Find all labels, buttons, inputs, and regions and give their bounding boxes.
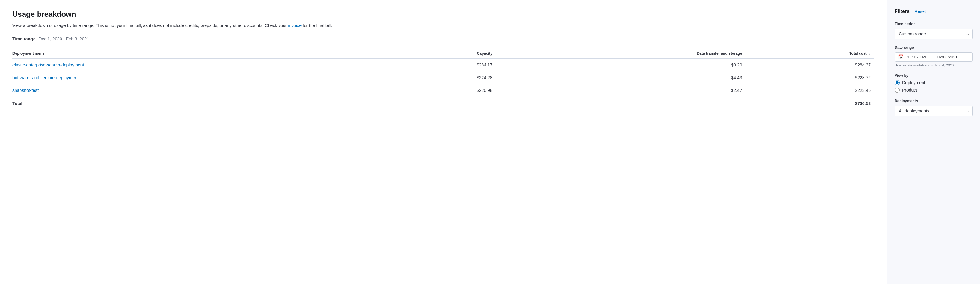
capacity-cell: $220.98 (397, 84, 496, 97)
view-by-label: View by (895, 73, 972, 78)
view-by-section: View by DeploymentProduct (895, 73, 972, 93)
sort-icon: ↓ (869, 51, 871, 56)
filters-panel: Filters Reset Time period Custom rangeLa… (887, 0, 980, 284)
deployments-label: Deployments (895, 99, 972, 103)
capacity-cell: $224.28 (397, 72, 496, 84)
total-label: Total (13, 97, 397, 110)
col-header-total-cost[interactable]: Total cost ↓ (746, 49, 874, 58)
reset-link[interactable]: Reset (915, 9, 926, 14)
data-transfer-cell: $2.47 (496, 84, 746, 97)
deployment-link[interactable]: hot-warm-architecture-deployment (13, 75, 79, 80)
col-header-capacity: Capacity (397, 49, 496, 58)
time-period-select-wrapper: Custom rangeLast 30 daysLast 3 monthsLas… (895, 29, 972, 39)
time-range-value: Dec 1, 2020 - Feb 3, 2021 (38, 36, 89, 41)
data-transfer-cell: $4.43 (496, 72, 746, 84)
deployments-select-wrapper: All deployments ⌄ (895, 106, 972, 116)
date-from-input[interactable] (907, 55, 929, 59)
table-row: elastic-enterprise-search-deployment$284… (13, 58, 874, 72)
total-cost-cell: $228.72 (746, 72, 874, 84)
description-before-link: View a breakdown of usage by time range.… (13, 23, 288, 28)
date-arrow-icon: → (931, 54, 935, 59)
radio-option-product[interactable]: Product (895, 88, 972, 93)
usage-table: Deployment name Capacity Data transfer a… (13, 49, 874, 110)
time-period-section: Time period Custom rangeLast 30 daysLast… (895, 22, 972, 39)
time-period-label: Time period (895, 22, 972, 26)
time-range-row: Time range Dec 1, 2020 - Feb 3, 2021 (13, 36, 874, 41)
col-header-name: Deployment name (13, 49, 397, 58)
deployments-section: Deployments All deployments ⌄ (895, 99, 972, 116)
date-range-row: 📅 → (895, 52, 972, 62)
invoice-link[interactable]: invoice (288, 23, 302, 28)
deployment-link[interactable]: elastic-enterprise-search-deployment (13, 62, 84, 67)
radio-product[interactable] (895, 88, 900, 93)
table-row: hot-warm-architecture-deployment$224.28$… (13, 72, 874, 84)
col-header-data-transfer: Data transfer and storage (496, 49, 746, 58)
time-period-select[interactable]: Custom rangeLast 30 daysLast 3 monthsLas… (895, 29, 972, 39)
description: View a breakdown of usage by time range.… (13, 22, 874, 29)
table-header-row: Deployment name Capacity Data transfer a… (13, 49, 874, 58)
total-row: Total $736.53 (13, 97, 874, 110)
total-value: $736.53 (746, 97, 874, 110)
total-cost-cell: $223.45 (746, 84, 874, 97)
date-to-input[interactable] (937, 55, 960, 59)
main-content: Usage breakdown View a breakdown of usag… (0, 0, 887, 284)
deployment-name-cell: snapshot-test (13, 84, 397, 97)
filters-header: Filters Reset (895, 9, 972, 14)
time-range-label: Time range (13, 36, 35, 41)
deployments-select[interactable]: All deployments (895, 106, 972, 116)
date-hint: Usage data available from Nov 4, 2020 (895, 64, 972, 67)
radio-label-deployment: Deployment (902, 80, 925, 85)
radio-deployment[interactable] (895, 80, 900, 85)
description-after-link: for the final bill. (303, 23, 332, 28)
date-range-label: Date range (895, 45, 972, 50)
calendar-icon: 📅 (898, 54, 903, 59)
date-range-section: Date range 📅 → Usage data available from… (895, 45, 972, 67)
total-cost-cell: $284.37 (746, 58, 874, 72)
radio-option-deployment[interactable]: Deployment (895, 80, 972, 85)
deployment-name-cell: elastic-enterprise-search-deployment (13, 58, 397, 72)
data-transfer-cell: $0.20 (496, 58, 746, 72)
deployment-link[interactable]: snapshot-test (13, 88, 38, 93)
capacity-cell: $284.17 (397, 58, 496, 72)
page-title: Usage breakdown (13, 10, 874, 19)
table-row: snapshot-test$220.98$2.47$223.45 (13, 84, 874, 97)
deployment-name-cell: hot-warm-architecture-deployment (13, 72, 397, 84)
filters-title: Filters (895, 9, 910, 14)
radio-label-product: Product (902, 88, 917, 93)
